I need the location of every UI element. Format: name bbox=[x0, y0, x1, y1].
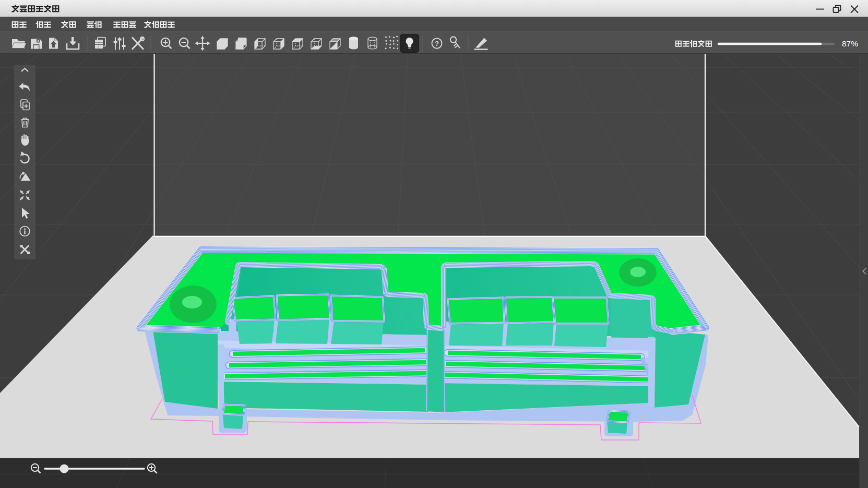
svg-text:87%: 87% bbox=[842, 39, 858, 48]
svg-text:?: ? bbox=[435, 40, 439, 47]
